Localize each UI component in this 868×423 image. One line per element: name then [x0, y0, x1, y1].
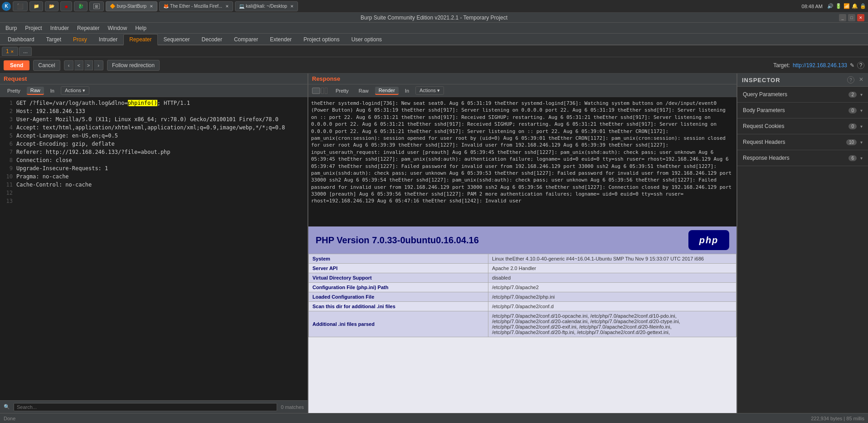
- repeater-tab-new[interactable]: ...: [19, 47, 32, 56]
- tab-comparer[interactable]: Comparer: [228, 34, 264, 44]
- php-logo: php: [688, 230, 729, 250]
- taskbar-folder[interactable]: 📂: [45, 1, 59, 11]
- view-icon-2[interactable]: [321, 88, 324, 94]
- menu-burp[interactable]: Burp: [2, 24, 20, 32]
- main-tab-bar: Dashboard Target Proxy Intruder Repeater…: [0, 34, 868, 45]
- nav-fwd-button[interactable]: >: [84, 60, 93, 70]
- response-log: theEther systemd-logind[736]: New seat s…: [308, 97, 736, 226]
- menu-intruder[interactable]: Intruder: [47, 24, 73, 32]
- taskbar-kali[interactable]: 🐉: [74, 1, 88, 11]
- request-tab-in[interactable]: In: [47, 87, 58, 94]
- tab-user-options[interactable]: User options: [346, 34, 388, 44]
- response-tab-raw[interactable]: Raw: [355, 87, 372, 94]
- match-count: 0 matches: [281, 404, 304, 410]
- taskbar-terminal2[interactable]: 💻 kali@kali: ~/Desktop ✕: [235, 1, 298, 11]
- menu-repeater[interactable]: Repeater: [73, 24, 103, 32]
- request-tab-raw[interactable]: Raw: [27, 87, 44, 95]
- response-tab-in[interactable]: In: [401, 87, 413, 94]
- response-tab-pretty[interactable]: Pretty: [332, 87, 352, 94]
- request-search-bar: 🔍 0 matches: [0, 400, 307, 413]
- menu-bar: Burp Project Intruder Repeater Window He…: [0, 23, 868, 34]
- status-right: 222,934 bytes | 85 millis: [811, 416, 864, 421]
- tab-repeater[interactable]: Repeater: [123, 34, 157, 45]
- response-tab-render[interactable]: Render: [375, 87, 399, 95]
- inspector-section-request-headers[interactable]: Request Headers 10 ▾: [737, 134, 868, 150]
- window-maximize[interactable]: □: [848, 14, 855, 21]
- main-content: Request Pretty Raw In Actions ▾ 1GET /?f…: [0, 74, 868, 413]
- taskbar-files[interactable]: 📁: [29, 1, 43, 11]
- request-panel-toolbar: Pretty Raw In Actions ▾: [0, 84, 307, 97]
- response-body: theEther systemd-logind[736]: New seat s…: [308, 97, 736, 413]
- window-close[interactable]: ✕: [857, 14, 864, 21]
- tab-target[interactable]: Target: [40, 34, 67, 44]
- response-actions-button[interactable]: Actions ▾: [415, 86, 444, 95]
- tab-decoder[interactable]: Decoder: [196, 34, 228, 44]
- request-code-area: 1GET /?file=/var/log/auth.log&dlno=phpin…: [0, 97, 307, 400]
- php-info-table: SystemLinux theEther 4.10.0-40-generic #…: [308, 254, 736, 337]
- os-taskbar: K ⬛ 📁 📂 ● 🐉 ⊞ 🔶 burp-StartBurp ✕ 🦊 The E…: [0, 0, 868, 13]
- php-header: PHP Version 7.0.33-0ubuntu0.16.04.16 php: [308, 226, 736, 254]
- taskbar-firefox[interactable]: 🦊 The Ether - Mozilla Firef... ✕: [159, 1, 233, 11]
- taskbar-term-cmd[interactable]: ⊞: [89, 1, 104, 11]
- inspector-help-icon[interactable]: ?: [847, 76, 854, 84]
- repeater-sub-tab-bar: 1 ✕ ...: [0, 45, 868, 57]
- tab-proxy[interactable]: Proxy: [67, 34, 93, 44]
- inspector-title: INSPECTOR: [742, 77, 780, 84]
- request-actions-button[interactable]: Actions ▾: [61, 86, 89, 95]
- menu-window[interactable]: Window: [104, 24, 131, 32]
- app-title-bar: Burp Suite Community Edition v2021.2.1 -…: [0, 13, 868, 23]
- help-target-icon[interactable]: ?: [857, 62, 864, 69]
- tab-project-options[interactable]: Project options: [297, 34, 345, 44]
- taskbar-icons: 🔊🔋📶🔔🔒: [827, 3, 866, 9]
- response-panel: Response Pretty Raw Render In Actions ▾ …: [308, 74, 736, 413]
- response-panel-toolbar: Pretty Raw Render In Actions ▾: [308, 84, 736, 97]
- os-logo[interactable]: K: [2, 2, 11, 11]
- nav-fwd2-button[interactable]: ›: [94, 60, 103, 70]
- tab-dashboard[interactable]: Dashboard: [2, 34, 40, 44]
- nav-back-button[interactable]: ‹: [64, 60, 74, 70]
- edit-target-icon[interactable]: ✎: [850, 62, 854, 69]
- send-button[interactable]: Send: [4, 60, 29, 70]
- nav-back2-button[interactable]: <: [74, 60, 83, 70]
- tab-intruder[interactable]: Intruder: [93, 34, 123, 44]
- target-label: Target:: [773, 62, 790, 69]
- request-search-input[interactable]: [14, 403, 277, 411]
- taskbar-burp[interactable]: 🔶 burp-StartBurp ✕: [106, 1, 157, 11]
- tab-extender[interactable]: Extender: [264, 34, 297, 44]
- taskbar-terminal[interactable]: ⬛: [13, 1, 28, 11]
- follow-redirect-button[interactable]: Follow redirection: [107, 60, 160, 71]
- menu-project[interactable]: Project: [21, 24, 45, 32]
- menu-help[interactable]: Help: [132, 24, 150, 32]
- inspector-section-body-parameters[interactable]: Body Parameters 0 ▾: [737, 103, 868, 118]
- target-url[interactable]: http://192.168.246.133: [793, 62, 847, 69]
- request-panel: Request Pretty Raw In Actions ▾ 1GET /?f…: [0, 74, 308, 413]
- inspector-section-query-parameters[interactable]: Query Parameters 2 ▾: [737, 87, 868, 103]
- inspector-section-response-headers[interactable]: Response Headers 6 ▾: [737, 150, 868, 166]
- app-title: Burp Suite Community Edition v2021.2.1 -…: [361, 13, 507, 23]
- toolbar: Send Cancel ‹ < > › Follow redirection T…: [0, 57, 868, 74]
- view-icon-1[interactable]: [312, 88, 320, 94]
- tab-sequencer[interactable]: Sequencer: [158, 34, 196, 44]
- inspector-sections: Query Parameters 2 ▾ Body Parameters 0 ▾…: [737, 87, 868, 413]
- repeater-tab-1[interactable]: 1 ✕: [2, 47, 18, 56]
- request-panel-header: Request: [0, 74, 307, 84]
- request-tab-pretty[interactable]: Pretty: [4, 87, 24, 94]
- status-bar: Done 222,934 bytes | 85 millis: [0, 413, 868, 423]
- inspector-panel: INSPECTOR ? ✕ Query Parameters 2 ▾ Body …: [736, 74, 868, 413]
- cancel-button[interactable]: Cancel: [33, 60, 60, 71]
- taskbar-app-red[interactable]: ●: [60, 1, 72, 11]
- inspector-close-icon[interactable]: ✕: [859, 76, 863, 84]
- window-minimize[interactable]: _: [839, 14, 846, 21]
- search-icon: 🔍: [4, 404, 10, 410]
- view-icon-3[interactable]: [325, 88, 327, 94]
- inspector-header: INSPECTOR ? ✕: [737, 74, 868, 87]
- php-info-section: PHP Version 7.0.33-0ubuntu0.16.04.16 php…: [308, 226, 736, 413]
- inspector-section-request-cookies[interactable]: Request Cookies 0 ▾: [737, 118, 868, 134]
- status-left: Done: [4, 416, 15, 421]
- taskbar-time: 08:48 AM: [802, 4, 823, 9]
- response-panel-header: Response: [308, 74, 736, 84]
- php-version-title: PHP Version 7.0.33-0ubuntu0.16.04.16: [316, 235, 479, 246]
